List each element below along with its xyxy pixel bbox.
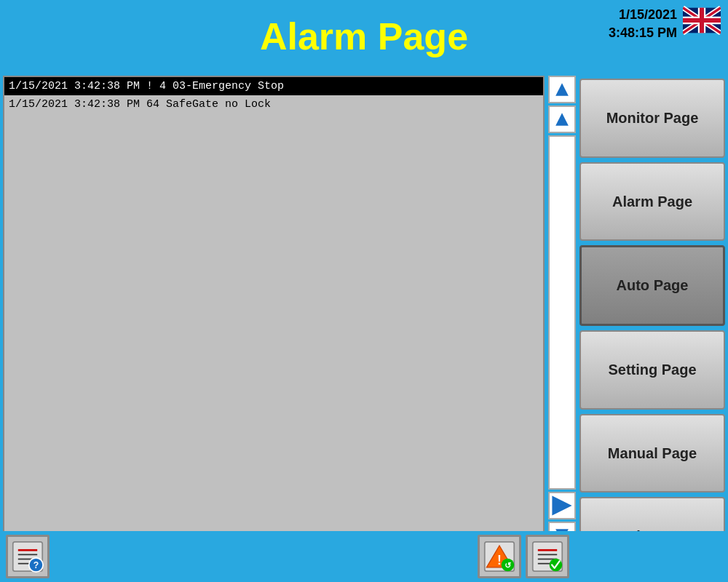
alarm-row[interactable]: 1/15/2021 3:42:38 PM 64 SafeGate no Lock (4, 95, 543, 113)
scroll-up-button[interactable] (548, 105, 576, 133)
page-title: Alarm Page (260, 15, 468, 58)
main-content: 1/15/2021 3:42:38 PM ! 4 03-Emergency St… (0, 73, 728, 582)
alarm-reset-button[interactable]: ! ↺ (478, 535, 521, 578)
nav-button-monitor-page[interactable]: Monitor Page (579, 79, 725, 158)
right-panel: Monitor PageAlarm PageAuto PageSetting P… (579, 76, 725, 579)
nav-button-alarm-page[interactable]: Alarm Page (579, 162, 725, 242)
nav-button-auto-page[interactable]: Auto Page (579, 245, 725, 326)
nav-button-setting-page[interactable]: Setting Page (579, 330, 725, 410)
svg-marker-11 (552, 495, 571, 515)
alarm-list[interactable]: 1/15/2021 3:42:38 PM ! 4 03-Emergency St… (3, 76, 545, 579)
svg-text:?: ? (33, 560, 39, 570)
svg-text:↺: ↺ (505, 561, 511, 570)
datetime: 1/15/2021 3:48:15 PM (609, 6, 677, 42)
bottom-bar: ? ! ↺ (0, 531, 728, 582)
scrollbar-track[interactable] (548, 135, 576, 490)
alarm-row[interactable]: 1/15/2021 3:42:38 PM ! 4 03-Emergency St… (4, 77, 543, 95)
header: Alarm Page 1/15/2021 3:48:15 PM (0, 0, 728, 73)
svg-marker-9 (555, 83, 569, 96)
svg-text:!: ! (497, 553, 502, 567)
bottom-right-buttons: ! ↺ (478, 535, 569, 578)
svg-marker-10 (555, 113, 569, 126)
left-panel: 1/15/2021 3:42:38 PM ! 4 03-Emergency St… (3, 76, 577, 579)
nav-button-manual-page[interactable]: Manual Page (579, 414, 725, 493)
scroll-right-button[interactable] (548, 492, 576, 519)
header-right: 1/15/2021 3:48:15 PM (609, 6, 721, 42)
date-display: 1/15/2021 (619, 7, 677, 22)
help-button[interactable]: ? (6, 535, 50, 578)
time-display: 3:48:15 PM (609, 25, 677, 40)
scrollbar-panel (547, 76, 577, 579)
checklist-button[interactable] (526, 535, 569, 578)
uk-flag-icon (683, 6, 721, 35)
scroll-up-top-button[interactable] (548, 76, 576, 103)
